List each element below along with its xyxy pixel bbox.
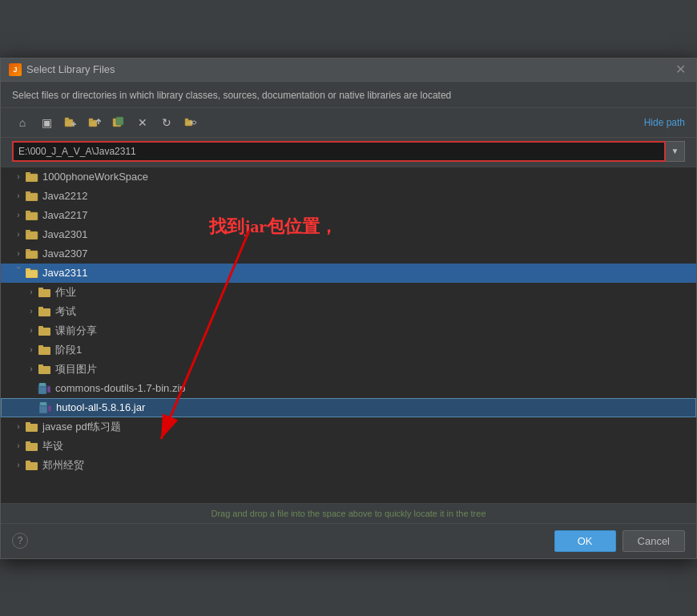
item-label: 课前分享 — [55, 324, 97, 338]
select-library-files-dialog: J Select Library Files ✕ Select files or… — [0, 58, 697, 559]
folder-icon — [25, 171, 39, 183]
svg-rect-42 — [39, 383, 46, 386]
folder-icon — [38, 344, 52, 356]
dialog-title: Select Library Files — [26, 63, 115, 75]
tree-item-hutool[interactable]: hutool-all-5.8.16.jar — [1, 398, 696, 417]
folder-icon — [25, 248, 39, 260]
folder-icon — [25, 460, 39, 471]
tree-item[interactable]: › 作业 — [1, 283, 696, 302]
tree-item[interactable]: › Java2217 — [1, 206, 696, 225]
toolbar-buttons: ⌂ ▣ — [12, 113, 201, 132]
svg-rect-36 — [38, 326, 43, 329]
svg-rect-34 — [38, 307, 43, 310]
item-label: hutool-all-5.8.16.jar — [56, 401, 145, 413]
item-label: 1000phoneWorkSpace — [42, 171, 148, 183]
folder-copy-button[interactable] — [108, 113, 129, 132]
expand-arrow: › — [12, 211, 25, 219]
expand-arrow: › — [14, 267, 23, 280]
item-label: Java2212 — [42, 190, 87, 202]
tree-item[interactable]: › 阶段1 — [1, 340, 696, 360]
folder-icon — [25, 229, 39, 240]
item-label: 考试 — [55, 304, 76, 319]
item-label: Java2307 — [42, 248, 87, 260]
path-dropdown-button[interactable]: ▼ — [666, 141, 685, 162]
svg-rect-44 — [47, 386, 50, 393]
svg-rect-32 — [38, 288, 43, 291]
svg-rect-38 — [38, 345, 43, 348]
expand-arrow: › — [12, 249, 25, 258]
expand-arrow: › — [12, 461, 25, 469]
title-bar: J Select Library Files ✕ — [1, 58, 696, 82]
ok-button[interactable]: OK — [554, 530, 616, 552]
item-label: 作业 — [55, 285, 76, 300]
tree-item[interactable]: › Java2301 — [1, 225, 696, 244]
cancel-button[interactable]: Cancel — [622, 530, 685, 552]
help-button[interactable]: ? — [12, 533, 28, 549]
hide-path-button[interactable]: Hide path — [644, 117, 685, 128]
item-label: Java2217 — [42, 209, 87, 221]
delete-button[interactable]: ✕ — [132, 113, 153, 132]
action-buttons: OK Cancel — [554, 530, 685, 552]
bottom-bar: ? OK Cancel — [1, 523, 696, 558]
status-text: Drag and drop a file into the space abov… — [211, 509, 485, 518]
tree-item[interactable]: › 1000phoneWorkSpace — [1, 167, 696, 187]
svg-rect-40 — [38, 364, 43, 368]
tree-item-java2311[interactable]: › Java2311 — [1, 264, 696, 283]
item-label: 项目图片 — [55, 362, 97, 376]
status-bar: Drag and drop a file into the space abov… — [1, 503, 696, 523]
path-input[interactable] — [12, 141, 666, 162]
item-label: Java2301 — [42, 228, 87, 240]
home-button[interactable]: ⌂ — [12, 113, 33, 132]
toolbar: ⌂ ▣ — [1, 108, 696, 138]
expand-arrow: › — [25, 288, 38, 296]
item-label: 毕设 — [42, 439, 63, 453]
item-label: 郑州经贸 — [42, 458, 84, 473]
folder-icon — [25, 441, 39, 452]
folder-icon — [25, 210, 39, 221]
svg-rect-50 — [26, 422, 30, 425]
folder-icon — [38, 287, 52, 298]
svg-rect-11 — [185, 119, 188, 121]
tree-item[interactable]: › 郑州经贸 — [1, 456, 696, 475]
jar-icon — [38, 383, 52, 394]
screen-button[interactable]: ▣ — [36, 113, 57, 132]
item-label: Java2311 — [42, 267, 87, 279]
tree-item[interactable]: › 考试 — [1, 302, 696, 321]
folder-icon — [25, 268, 39, 279]
svg-rect-52 — [26, 441, 30, 445]
file-tree-container: › 1000phoneWorkSpace › — [1, 167, 696, 503]
title-bar-left: J Select Library Files — [9, 63, 115, 76]
expand-arrow: › — [12, 172, 25, 181]
tree-item[interactable]: › 项目图片 — [1, 360, 696, 379]
path-bar: ▼ — [12, 141, 685, 162]
tree-item[interactable]: › Java2307 — [1, 244, 696, 264]
folder-icon — [25, 191, 39, 202]
tree-item-commons[interactable]: commons-doutils-1.7-bin.zip — [1, 379, 696, 398]
svg-rect-54 — [26, 461, 30, 464]
close-button[interactable]: ✕ — [675, 63, 688, 76]
link-button[interactable] — [180, 113, 201, 132]
expand-arrow: › — [12, 441, 25, 450]
tree-item[interactable]: › Java2212 — [1, 187, 696, 206]
description-text: Select files or directories in which lib… — [1, 82, 696, 108]
tree-item[interactable]: › 课前分享 — [1, 321, 696, 340]
new-folder-button[interactable] — [60, 113, 81, 132]
expand-arrow: › — [25, 345, 38, 354]
tree-item[interactable]: › 毕设 — [1, 437, 696, 456]
item-label: 阶段1 — [55, 343, 82, 357]
item-label: javase pdf练习题 — [42, 420, 121, 434]
expand-arrow: › — [25, 307, 38, 316]
folder-up-button[interactable] — [84, 113, 105, 132]
refresh-button[interactable]: ↻ — [156, 113, 177, 132]
folder-icon — [25, 421, 39, 433]
expand-arrow: › — [25, 364, 38, 373]
expand-arrow: › — [12, 230, 25, 239]
folder-icon — [38, 325, 52, 336]
file-tree[interactable]: › 1000phoneWorkSpace › — [1, 167, 696, 503]
expand-arrow: › — [12, 191, 25, 200]
expand-arrow: › — [12, 422, 25, 431]
tree-item[interactable]: › javase pdf练习题 — [1, 417, 696, 437]
expand-arrow: › — [25, 326, 38, 335]
svg-rect-5 — [89, 119, 93, 121]
app-icon: J — [9, 63, 22, 76]
